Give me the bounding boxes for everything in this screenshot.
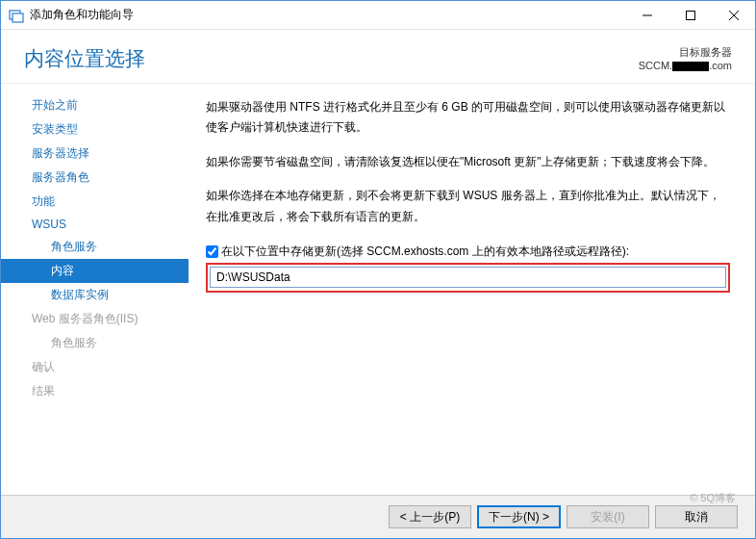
page-title: 内容位置选择 — [24, 45, 145, 72]
store-locally-row: 在以下位置中存储更新(选择 SCCM.exhosts.com 上的有效本地路径或… — [206, 242, 730, 263]
content-panel: 如果驱动器使用 NTFS 进行格式化并且至少有 6 GB 的可用磁盘空间，则可以… — [189, 84, 755, 495]
sidebar-item-1[interactable]: 安装类型 — [1, 117, 189, 141]
redacted-text — [672, 62, 709, 71]
wizard-header: 内容位置选择 目标服务器 SCCM..com — [1, 30, 755, 84]
minimize-button[interactable] — [625, 1, 668, 29]
store-locally-checkbox[interactable] — [206, 245, 218, 258]
titlebar: 添加角色和功能向导 — [1, 1, 755, 30]
svg-rect-1 — [13, 13, 23, 22]
wizard-body: 开始之前安装类型服务器选择服务器角色功能WSUS角色服务内容数据库实例Web 服… — [1, 84, 755, 495]
sidebar-item-11: 确认 — [1, 355, 189, 379]
wizard-footer: © 5Q博客 < 上一步(P) 下一步(N) > 安装(I) 取消 — [1, 495, 755, 538]
sidebar-item-7[interactable]: 内容 — [1, 259, 189, 283]
app-icon — [9, 8, 24, 23]
sidebar-item-6[interactable]: 角色服务 — [1, 235, 189, 259]
sidebar-item-10: 角色服务 — [1, 331, 189, 355]
install-button: 安装(I) — [567, 505, 649, 528]
previous-button[interactable]: < 上一步(P) — [389, 505, 471, 528]
svg-rect-3 — [686, 11, 694, 19]
path-input-highlight — [206, 263, 730, 293]
sidebar-item-12: 结果 — [1, 379, 189, 403]
storage-path-input[interactable] — [210, 267, 726, 288]
sidebar-item-0[interactable]: 开始之前 — [1, 93, 189, 117]
target-server-info: 目标服务器 SCCM..com — [639, 45, 732, 73]
sidebar-item-2[interactable]: 服务器选择 — [1, 141, 189, 166]
store-locally-label[interactable]: 在以下位置中存储更新(选择 SCCM.exhosts.com 上的有效本地路径或… — [221, 242, 629, 263]
cancel-button[interactable]: 取消 — [655, 505, 738, 528]
window-controls — [625, 1, 755, 29]
paragraph-1: 如果驱动器使用 NTFS 进行格式化并且至少有 6 GB 的可用磁盘空间，则可以… — [206, 97, 730, 139]
window-title: 添加角色和功能向导 — [30, 7, 625, 23]
sidebar: 开始之前安装类型服务器选择服务器角色功能WSUS角色服务内容数据库实例Web 服… — [1, 84, 189, 495]
maximize-button[interactable] — [668, 1, 712, 29]
target-server-label: 目标服务器 — [639, 45, 732, 59]
paragraph-2: 如果你需要节省磁盘空间，请清除该复选框以便在"Microsoft 更新"上存储更… — [206, 152, 730, 173]
target-server-name: SCCM..com — [639, 59, 732, 72]
sidebar-item-5[interactable]: WSUS — [1, 214, 189, 235]
sidebar-item-4[interactable]: 功能 — [1, 190, 189, 214]
wizard-window: 添加角色和功能向导 内容位置选择 目标服务器 SCCM..com 开始之前安装类… — [0, 0, 756, 539]
paragraph-3: 如果你选择在本地存储更新，则不会将更新下载到 WSUS 服务器上，直到你批准为止… — [206, 186, 730, 227]
close-button[interactable] — [712, 1, 755, 29]
sidebar-item-3[interactable]: 服务器角色 — [1, 166, 189, 190]
sidebar-item-8[interactable]: 数据库实例 — [1, 283, 189, 307]
next-button[interactable]: 下一步(N) > — [477, 505, 561, 528]
sidebar-item-9: Web 服务器角色(IIS) — [1, 307, 189, 331]
